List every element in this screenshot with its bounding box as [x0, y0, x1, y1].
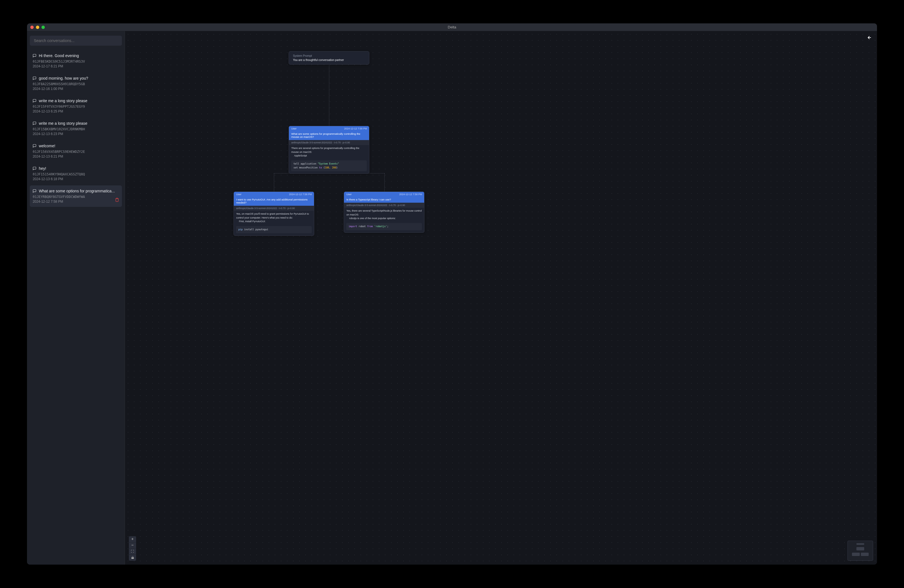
minus-icon	[131, 544, 134, 547]
minimap-node	[857, 547, 864, 550]
svg-rect-4	[131, 557, 134, 559]
trash-icon[interactable]	[115, 198, 119, 202]
conversation-id: 01JF156VX45BRPCS9EHEWDZY2E	[33, 150, 119, 154]
conversation-id: 01JEYRBQNY8GTGVFVDDCWDWYWA	[33, 195, 119, 199]
connector	[384, 173, 385, 191]
close-window-button[interactable]	[30, 25, 34, 29]
minimap-node	[861, 553, 869, 556]
minimap-node	[857, 543, 864, 545]
conversation-title: Hi there. Good evening	[39, 54, 79, 58]
conversation-id: 01JF15BKXBMV102XVCJDRNKMBH	[33, 127, 119, 131]
canvas[interactable]: System Prompt You are a thoughtful conve…	[125, 31, 877, 564]
conversation-item-4[interactable]: welcome! 01JF156VX45BRPCS9EHEWDZY2E 2024…	[30, 140, 122, 162]
connector	[274, 173, 274, 191]
conversation-date: 2024-12-13 6:18 PM	[33, 177, 119, 181]
conversation-title: good morning. how are you?	[39, 76, 88, 81]
conversation-date: 2024-12-12 7:58 PM	[33, 200, 119, 204]
message-time: 2024-12-12 7:58 PM	[344, 127, 367, 130]
message-time: 2024-12-12 7:58 PM	[289, 193, 312, 196]
chat-icon	[33, 189, 36, 193]
lock-button[interactable]	[129, 555, 136, 561]
conversation-item-6[interactable]: What are some options for programmatica.…	[30, 185, 122, 207]
maximize-window-button[interactable]	[41, 25, 45, 29]
fit-view-button[interactable]	[129, 548, 136, 555]
chat-icon	[33, 54, 36, 58]
sidebar: Hi there. Good evening 01JFBESKDCG9C51J3…	[27, 31, 125, 564]
conversation-item-0[interactable]: Hi there. Good evening 01JFBESKDCG9C51J3…	[30, 50, 122, 71]
system-prompt-text: You are a thoughtful conversation partne…	[293, 58, 365, 62]
titlebar: Delta	[27, 24, 877, 31]
chat-icon	[33, 99, 36, 103]
conversation-date: 2024-12-13 6:25 PM	[33, 109, 119, 113]
message-role: User	[236, 193, 241, 196]
conversation-date: 2024-12-16 1:00 PM	[33, 87, 119, 91]
conversation-item-1[interactable]: good morning. how are you? 01JF8A22S8M0X…	[30, 73, 122, 94]
conversation-item-2[interactable]: write me a long story please 01JF15F0TVX…	[30, 95, 122, 117]
conversation-id: 01JF15F0TVX3Y06PPTJGS7EGY9	[33, 105, 119, 109]
zoom-controls	[129, 536, 136, 561]
minimize-window-button[interactable]	[36, 25, 39, 29]
minimap-node	[852, 553, 860, 556]
arrow-left-icon	[867, 35, 872, 40]
conversation-title: What are some options for programmatica.…	[39, 189, 115, 193]
conversation-title: welcome!	[39, 144, 55, 148]
message-meta: anthropic/claude-3-5-sonnet-20241022 · t…	[344, 203, 424, 208]
window-title: Delta	[448, 25, 456, 29]
message-answer: There are several options for programmat…	[289, 145, 369, 159]
conversation-date: 2024-12-13 6:23 PM	[33, 132, 119, 136]
message-question: What are some options for programmatical…	[289, 131, 369, 140]
message-meta: anthropic/claude-3-5-sonnet-20241022 · t…	[289, 140, 369, 145]
conversation-id: 01JF151540KY9HQAXCASSZTQ8Q	[33, 172, 119, 176]
plus-icon	[131, 537, 134, 541]
app-window: Delta Hi there. Good evening 01JFBESKDCG…	[27, 24, 877, 564]
zoom-out-button[interactable]	[129, 542, 136, 548]
system-prompt-label: System Prompt	[293, 54, 365, 57]
code-block: tell application "System Events" set mou…	[291, 160, 367, 171]
code-block: import robot from 'robotjs';	[346, 223, 422, 230]
back-button[interactable]	[867, 35, 872, 41]
chat-icon	[33, 166, 36, 171]
conversation-title: write me a long story please	[39, 121, 87, 126]
message-answer: Yes, there are several TypeScript/Node.j…	[344, 208, 424, 222]
code-block: pip install pyautogui	[236, 226, 312, 233]
chat-icon	[33, 76, 36, 80]
message-role: User	[291, 127, 296, 130]
message-meta: anthropic/claude-3-5-sonnet-20241022 · t…	[234, 206, 314, 211]
connector	[329, 65, 329, 126]
message-node-left[interactable]: User 2024-12-12 7:58 PM I want to use Py…	[234, 191, 314, 236]
content: Hi there. Good evening 01JFBESKDCG9C51J3…	[27, 31, 877, 564]
minimap[interactable]	[847, 541, 873, 561]
message-answer: Yes, on macOS you'll need to grant permi…	[234, 211, 314, 225]
system-prompt-node[interactable]: System Prompt You are a thoughtful conve…	[289, 51, 369, 65]
conversation-title: write me a long story please	[39, 98, 87, 103]
message-question: I want to use PyAutoGUI. Are any add add…	[234, 197, 314, 206]
search-input[interactable]	[30, 36, 122, 46]
message-time: 2024-12-12 7:58 PM	[399, 193, 422, 196]
message-node-root[interactable]: User 2024-12-12 7:58 PM What are some op…	[289, 126, 369, 174]
conversation-item-5[interactable]: hey! 01JF151540KY9HQAXCASSZTQ8Q 2024-12-…	[30, 163, 122, 184]
conversation-id: 01JFBESKDCG9C51J3M3RT4RS3V	[33, 60, 119, 63]
conversation-title: hey!	[39, 166, 46, 171]
message-question: Is there a Typescript library I can use?	[344, 197, 424, 203]
lock-icon	[131, 556, 134, 559]
conversation-id: 01JF8A22S8M0XSSH918RQDY5GB	[33, 82, 119, 86]
conversation-date: 2024-12-17 6:21 PM	[33, 64, 119, 68]
maximize-icon	[131, 550, 134, 553]
traffic-lights	[30, 25, 45, 29]
conversation-date: 2024-12-13 6:21 PM	[33, 155, 119, 158]
message-node-right[interactable]: User 2024-12-12 7:58 PM Is there a Types…	[344, 191, 424, 232]
message-role: User	[346, 193, 351, 196]
chat-icon	[33, 144, 36, 148]
zoom-in-button[interactable]	[129, 536, 136, 542]
conversation-item-3[interactable]: write me a long story please 01JF15BKXBM…	[30, 118, 122, 139]
chat-icon	[33, 122, 36, 125]
